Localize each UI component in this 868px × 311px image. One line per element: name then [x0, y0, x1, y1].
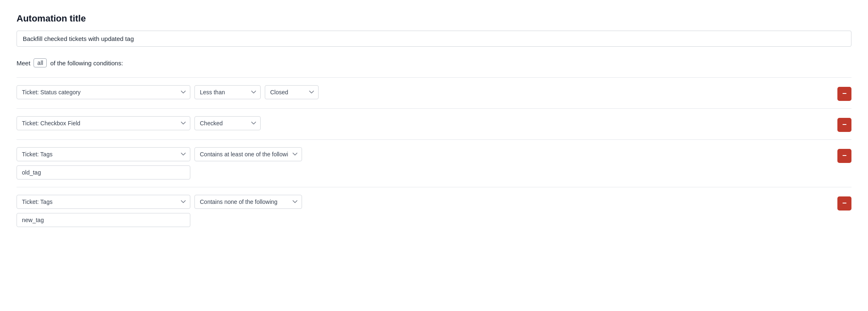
condition-2-operator-select[interactable]: Checked Unchecked — [194, 116, 261, 130]
condition-fields: Ticket: Tags Ticket: Status category Tic… — [17, 195, 422, 227]
condition-fields: Ticket: Checkbox Field Ticket: Status ca… — [17, 116, 422, 130]
condition-selects-row-2: Ticket: Checkbox Field Ticket: Status ca… — [17, 116, 422, 130]
condition-1-operator-select[interactable]: Less than Greater than Equal to — [194, 85, 261, 99]
condition-fields: Ticket: Tags Ticket: Status category Tic… — [17, 147, 422, 179]
minus-icon: − — [842, 152, 847, 159]
condition-row: Ticket: Tags Ticket: Status category Tic… — [17, 139, 851, 187]
condition-3-main-select[interactable]: Ticket: Tags Ticket: Status category Tic… — [17, 147, 190, 161]
condition-3-remove-button[interactable]: − — [837, 149, 851, 163]
meet-conditions-prefix: Meet — [17, 60, 30, 67]
conditions-container: Ticket: Status category Ticket: Checkbox… — [17, 77, 851, 234]
condition-selects-row-1: Ticket: Status category Ticket: Checkbox… — [17, 85, 422, 99]
condition-4-operator-select[interactable]: Contains none of the following Contains … — [194, 195, 302, 209]
condition-row: Ticket: Status category Ticket: Checkbox… — [17, 77, 851, 108]
condition-selects-row-3: Ticket: Tags Ticket: Status category Tic… — [17, 147, 422, 161]
automation-title-label: Automation title — [17, 13, 851, 24]
condition-1-main-select[interactable]: Ticket: Status category Ticket: Checkbox… — [17, 85, 190, 99]
minus-icon: − — [842, 121, 847, 128]
condition-3-operator-select[interactable]: Contains at least one of the following C… — [194, 147, 302, 161]
minus-icon: − — [842, 199, 847, 207]
condition-3-text-input[interactable] — [17, 165, 190, 179]
minus-icon: − — [842, 90, 847, 97]
automation-title-input[interactable] — [17, 31, 851, 47]
condition-4-remove-button[interactable]: − — [837, 196, 851, 211]
condition-selects-row-4: Ticket: Tags Ticket: Status category Tic… — [17, 195, 422, 209]
condition-4-text-input[interactable] — [17, 213, 190, 227]
condition-1-remove-button[interactable]: − — [837, 87, 851, 101]
condition-1-value-select[interactable]: Closed Open Pending — [265, 85, 319, 99]
meet-conditions-suffix: of the following conditions: — [50, 60, 123, 67]
condition-fields: Ticket: Status category Ticket: Checkbox… — [17, 85, 422, 99]
condition-row: Ticket: Tags Ticket: Status category Tic… — [17, 187, 851, 234]
condition-4-main-select[interactable]: Ticket: Tags Ticket: Status category Tic… — [17, 195, 190, 209]
meet-conditions-row: Meet all of the following conditions: — [17, 58, 851, 67]
condition-2-remove-button[interactable]: − — [837, 118, 851, 132]
condition-row: Ticket: Checkbox Field Ticket: Status ca… — [17, 108, 851, 139]
meet-conditions-all-badge[interactable]: all — [34, 58, 47, 67]
condition-2-main-select[interactable]: Ticket: Checkbox Field Ticket: Status ca… — [17, 116, 190, 130]
